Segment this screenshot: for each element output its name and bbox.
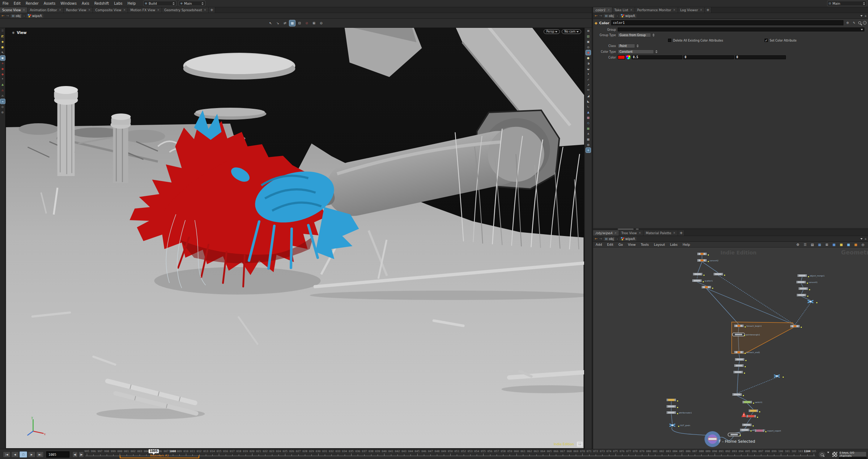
desktop-selector-right[interactable]: ⊡ Main <box>827 1 867 6</box>
net-menu-view[interactable]: View <box>625 243 638 246</box>
close-icon[interactable]: × <box>157 8 159 12</box>
graph-wire[interactable] <box>801 277 802 281</box>
graph-node[interactable] <box>774 375 784 378</box>
snap-grid-icon[interactable]: ▦ <box>289 20 295 26</box>
graph-node[interactable]: switch1 <box>743 401 762 404</box>
grid-toggle-icon[interactable]: ▦ <box>586 137 591 142</box>
tab-color1[interactable]: color1× <box>593 7 612 13</box>
scene-viewport[interactable]: x y ❋ View Persp No cam Indie Edition ⛶ <box>5 28 584 448</box>
color-type-combo[interactable]: Constant <box>618 50 654 54</box>
graph-node[interactable]: export_export <box>755 429 781 432</box>
menu-file[interactable]: File <box>0 1 11 5</box>
color-g-field[interactable]: 0 <box>683 55 734 59</box>
graph-wire[interactable] <box>795 303 810 325</box>
render-settings-icon[interactable]: ⊞ <box>311 20 317 26</box>
display-options-icon[interactable]: ⊙ <box>318 20 324 26</box>
net-menu-go[interactable]: Go <box>616 243 625 246</box>
display-points-icon[interactable]: • <box>586 72 591 77</box>
tab-log-viewer[interactable]: Log Viewer× <box>678 7 705 13</box>
color-r-field[interactable]: 0.5 <box>631 55 682 59</box>
desktop-selector[interactable]: ⊕ Main <box>179 1 205 6</box>
close-icon[interactable]: × <box>630 8 633 12</box>
graph-wire[interactable] <box>739 353 740 358</box>
back-arrow-icon[interactable]: ← <box>1 14 4 18</box>
tab-material-palette[interactable]: Material Palette× <box>643 230 678 236</box>
graph-wire[interactable] <box>747 417 751 424</box>
keyframe-options-icon[interactable] <box>832 451 838 457</box>
net-menu-labs[interactable]: Labs <box>668 243 680 246</box>
node-name-field[interactable]: color1 <box>611 20 843 25</box>
tab-geometry-spreadsheet[interactable]: Geometry Spreadsheet× <box>162 7 209 13</box>
graph-wire[interactable] <box>747 403 753 409</box>
new-tab-button[interactable]: + <box>705 7 711 13</box>
point-numbers-icon[interactable]: ¹² <box>586 88 591 93</box>
path-node-chip[interactable]: wipeA <box>26 14 43 18</box>
graph-node[interactable] <box>667 405 678 408</box>
desktop-spinner[interactable] <box>201 1 204 5</box>
close-icon[interactable]: × <box>673 231 676 235</box>
select-mode-icon[interactable]: ↖ <box>268 20 273 26</box>
playbar-search-button[interactable] <box>818 451 826 458</box>
magnet-off-icon[interactable]: ∩ <box>0 94 5 98</box>
graph-wire[interactable] <box>801 283 803 287</box>
menu-render[interactable]: Render <box>23 1 41 5</box>
display-normals-icon[interactable]: ↗ <box>586 83 591 87</box>
split-view-icon[interactable]: ⊞ <box>824 242 830 248</box>
graph-node[interactable] <box>808 300 817 303</box>
graph-wire[interactable] <box>737 377 777 393</box>
graph-node[interactable] <box>733 371 745 374</box>
group-dropdown-icon[interactable] <box>861 29 863 30</box>
graph-node[interactable]: pointwrangle1 <box>732 333 760 336</box>
tab-obj-wipea[interactable]: /obj/wipeA× <box>593 230 619 236</box>
graph-node[interactable] <box>797 294 808 297</box>
tab-motion-fx-view[interactable]: Motion FX View× <box>128 7 162 13</box>
graph-wire[interactable] <box>738 367 739 371</box>
graph-node[interactable]: convert2 <box>697 259 718 262</box>
search-icon[interactable] <box>858 21 861 24</box>
back-arrow-icon[interactable]: ← <box>595 14 597 18</box>
class-spinner[interactable] <box>636 44 639 48</box>
selected-node-highlight[interactable] <box>705 431 720 447</box>
lock-camera-icon[interactable]: ▣ <box>586 39 591 44</box>
graph-node[interactable] <box>742 424 754 426</box>
path-node-chip[interactable]: wipeA <box>620 14 637 18</box>
group-field[interactable] <box>618 27 864 31</box>
gear-icon[interactable]: ⚙ <box>845 21 850 25</box>
color-badge-cyan-icon[interactable]: ■ <box>846 242 851 248</box>
rotate-tool-icon[interactable]: ◉ <box>0 67 5 71</box>
graph-node[interactable]: attribcreate1 <box>667 411 692 414</box>
graph-node[interactable] <box>693 273 705 276</box>
close-icon[interactable]: × <box>59 8 61 12</box>
close-icon[interactable]: × <box>88 8 91 12</box>
color-wheel-icon[interactable] <box>626 55 630 59</box>
path-history-dropdown[interactable] <box>860 15 863 17</box>
brush-icon[interactable]: ✎ <box>852 21 856 25</box>
path-node-chip[interactable]: wipeA <box>620 237 637 241</box>
tab-render-view[interactable]: Render View× <box>64 7 93 13</box>
snapshot-icon[interactable]: ◍ <box>586 142 591 147</box>
menu-labs[interactable]: Labs <box>111 1 125 5</box>
graph-node[interactable]: foreach_begin1 <box>734 325 762 327</box>
graph-node[interactable]: OUT_grain <box>669 424 690 427</box>
display-vertices-icon[interactable]: ✓ <box>586 77 591 82</box>
construction-plane-icon[interactable]: ◎ <box>0 104 5 109</box>
net-menu-layout[interactable]: Layout <box>651 243 668 246</box>
graph-node[interactable] <box>749 409 760 412</box>
tab-composite-view[interactable]: Composite View× <box>93 7 128 13</box>
close-icon[interactable]: × <box>639 231 641 235</box>
pin-pane-icon[interactable]: + <box>864 237 867 241</box>
graph-wire[interactable] <box>718 275 795 325</box>
forward-arrow-icon[interactable]: → <box>599 14 602 18</box>
net-menu-tools[interactable]: Tools <box>638 243 651 246</box>
color-badge-orange-icon[interactable]: ■ <box>853 242 859 248</box>
tab-performance-monitor[interactable]: Performance Monitor× <box>635 7 678 13</box>
point-trails-icon[interactable]: ◣ <box>586 99 591 104</box>
wire-blend-icon[interactable]: ◇ <box>586 121 591 125</box>
group-display-icon[interactable]: ▲ <box>586 110 591 115</box>
net-menu-edit[interactable]: Edit <box>604 243 616 246</box>
graph-node[interactable] <box>790 325 802 328</box>
ruler-icon[interactable]: ∟ <box>586 104 591 109</box>
menu-edit[interactable]: Edit <box>11 1 23 5</box>
group-type-combo[interactable]: Guess from Group <box>618 33 651 37</box>
delete-attrs-checkbox[interactable] <box>668 39 671 42</box>
